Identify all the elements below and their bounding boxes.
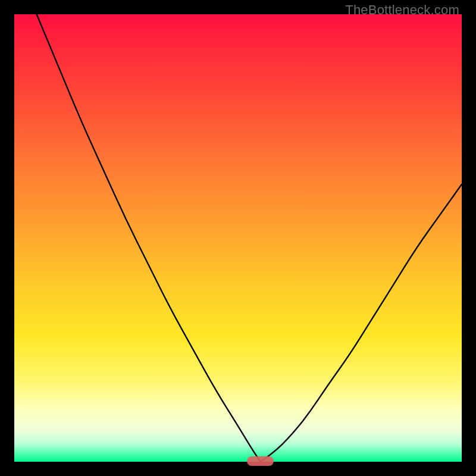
watermark-text: TheBottleneck.com [345,2,459,18]
curve-right-branch [261,184,462,462]
curve-layer [14,14,462,462]
curve-left-branch [37,14,261,462]
optimal-marker [247,456,274,466]
